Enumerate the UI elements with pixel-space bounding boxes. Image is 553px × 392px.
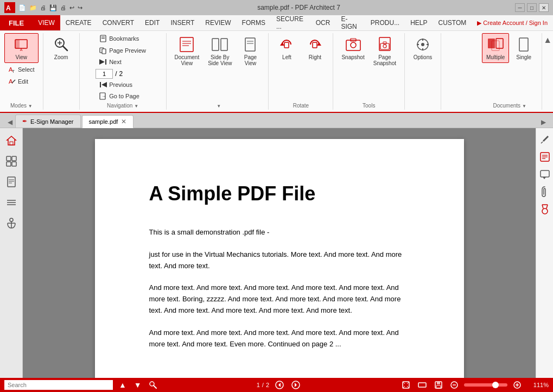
zoom-thumb[interactable] bbox=[492, 382, 499, 388]
ribbon-collapse-button[interactable]: ▲ bbox=[543, 35, 552, 45]
menu-insert[interactable]: INSERT bbox=[165, 15, 200, 30]
fit-width-button[interactable] bbox=[416, 381, 428, 389]
side-by-side-label: Side BySide View bbox=[208, 54, 232, 66]
pdf-page: A Simple PDF File This is a small demons… bbox=[95, 139, 464, 378]
close-button[interactable]: ✕ bbox=[539, 3, 549, 12]
sidebar-anchor-button[interactable] bbox=[2, 214, 21, 232]
undo-icon[interactable]: ↩ bbox=[69, 4, 74, 11]
document-view-button[interactable]: DocumentView bbox=[171, 33, 204, 69]
svg-marker-53 bbox=[7, 136, 16, 145]
rotate-left-button[interactable]: Left bbox=[273, 33, 300, 63]
search-nav-down[interactable]: ▼ bbox=[132, 381, 143, 389]
right-search-button[interactable] bbox=[538, 150, 552, 164]
status-prev-button[interactable] bbox=[274, 381, 285, 389]
right-tools-button[interactable] bbox=[538, 132, 552, 147]
tab-nav-right[interactable]: ▶ bbox=[538, 117, 549, 128]
zoom-label: Zoom bbox=[54, 54, 68, 60]
svg-marker-75 bbox=[543, 177, 546, 179]
save-status-button[interactable] bbox=[433, 381, 444, 389]
options-button[interactable]: Options bbox=[409, 33, 436, 63]
fit-page-button[interactable] bbox=[400, 381, 412, 389]
menu-esign[interactable]: E-SIGN bbox=[335, 15, 365, 30]
menu-view[interactable]: VIEW bbox=[33, 15, 60, 30]
maximize-button[interactable]: □ bbox=[527, 3, 537, 12]
rotate-right-button[interactable]: Right bbox=[301, 33, 328, 63]
right-medal-button[interactable] bbox=[538, 202, 552, 216]
svg-rect-54 bbox=[10, 142, 13, 145]
modes-label: Modes ▼ bbox=[10, 103, 33, 110]
minimize-button[interactable]: ─ bbox=[515, 3, 525, 12]
ribbon: A View AT Select A Edit Modes ▼ bbox=[0, 31, 553, 113]
svg-rect-59 bbox=[8, 177, 15, 187]
create-account-link[interactable]: ▶ Create Account / Sign In bbox=[472, 15, 553, 30]
document-view-label: DocumentView bbox=[175, 54, 200, 66]
right-comment-button[interactable] bbox=[538, 167, 552, 181]
single-label: Single bbox=[516, 54, 531, 60]
nav-items: Bookmarks Page Preview Next bbox=[96, 33, 150, 102]
menu-create[interactable]: CREATE bbox=[60, 15, 97, 30]
tab-esign-manager[interactable]: ✒ E-Sign Manager bbox=[15, 115, 81, 128]
page-view-icon bbox=[241, 36, 259, 53]
previous-button[interactable]: Previous bbox=[96, 80, 136, 90]
menu-ocr[interactable]: OCR bbox=[310, 15, 336, 30]
svg-text:A: A bbox=[20, 48, 23, 52]
view-button[interactable]: A View bbox=[4, 33, 39, 63]
menu-produ[interactable]: PRODU... bbox=[365, 15, 405, 30]
search-input[interactable] bbox=[4, 380, 113, 390]
page-total: 2 bbox=[119, 70, 123, 78]
svg-rect-28 bbox=[221, 39, 227, 50]
menu-help[interactable]: HELP bbox=[405, 15, 433, 30]
page-number-input[interactable] bbox=[96, 69, 113, 79]
sidebar-home-button[interactable] bbox=[2, 131, 21, 150]
select-button[interactable]: AT Select bbox=[4, 64, 39, 75]
svg-point-66 bbox=[10, 218, 13, 222]
document-para-3: And more text. And more text. And more t… bbox=[149, 282, 410, 316]
right-clip-button[interactable] bbox=[538, 185, 552, 199]
snapshot-label: Snapshot bbox=[341, 54, 364, 60]
modes-items: A View AT Select A Edit bbox=[4, 33, 39, 102]
search-button[interactable] bbox=[148, 381, 158, 389]
menu-forms[interactable]: FORMS bbox=[237, 15, 271, 30]
search-nav-up[interactable]: ▲ bbox=[117, 381, 128, 389]
document-scroll[interactable]: A Simple PDF File This is a small demons… bbox=[23, 128, 536, 378]
page-snapshot-icon bbox=[376, 36, 393, 53]
sidebar-layers-button[interactable] bbox=[2, 193, 21, 212]
navigation-label: Navigation ▼ bbox=[107, 103, 138, 110]
ribbon-group-view-modes: DocumentView Side BySide View bbox=[167, 33, 269, 110]
zoom-in-button[interactable] bbox=[512, 381, 523, 389]
left-sidebar bbox=[0, 128, 23, 378]
menu-edit[interactable]: EDIT bbox=[139, 15, 165, 30]
edit-button[interactable]: A Edit bbox=[4, 76, 39, 87]
page-preview-button[interactable]: Page Preview bbox=[96, 45, 150, 56]
tab-nav-left[interactable]: ◀ bbox=[4, 117, 15, 128]
menu-convert[interactable]: CONVERT bbox=[97, 15, 139, 30]
previous-label: Previous bbox=[109, 81, 132, 88]
file-menu[interactable]: FILE bbox=[0, 15, 33, 30]
snapshot-button[interactable]: Snapshot bbox=[338, 33, 368, 63]
menu-custom[interactable]: CUSTOM bbox=[433, 15, 472, 30]
zoom-button[interactable]: Zoom bbox=[48, 33, 75, 63]
multiple-button[interactable]: Multiple bbox=[482, 33, 509, 63]
page-view-button[interactable]: PageView bbox=[237, 33, 264, 69]
rotate-left-label: Left bbox=[282, 54, 291, 60]
tab-close-button[interactable]: ✕ bbox=[121, 118, 126, 125]
bookmarks-button[interactable]: Bookmarks bbox=[96, 33, 143, 44]
single-button[interactable]: Single bbox=[510, 33, 537, 63]
ribbon-menu-bar: VIEW CREATE CONVERT EDIT INSERT REVIEW F… bbox=[33, 15, 472, 30]
multiple-icon bbox=[487, 36, 504, 53]
side-by-side-button[interactable]: Side BySide View bbox=[204, 33, 236, 69]
status-next-button[interactable] bbox=[290, 381, 302, 389]
page-snapshot-button[interactable]: PageSnapshot bbox=[370, 33, 400, 69]
goto-page-button[interactable]: → Go to Page bbox=[96, 91, 143, 102]
redo-icon[interactable]: ↪ bbox=[78, 4, 82, 11]
sidebar-thumbnail-button[interactable] bbox=[2, 152, 21, 170]
zoom-out-button[interactable] bbox=[449, 381, 460, 389]
svg-rect-57 bbox=[7, 162, 11, 166]
tab-sample-pdf[interactable]: sample.pdf ✕ bbox=[82, 115, 134, 128]
next-button[interactable]: Next bbox=[96, 57, 125, 67]
sidebar-pages-button[interactable] bbox=[2, 173, 21, 191]
menu-review[interactable]: REVIEW bbox=[200, 15, 236, 30]
zoom-slider[interactable] bbox=[464, 383, 507, 387]
menu-secure[interactable]: SECURE ... bbox=[271, 15, 310, 30]
svg-point-37 bbox=[351, 42, 356, 48]
